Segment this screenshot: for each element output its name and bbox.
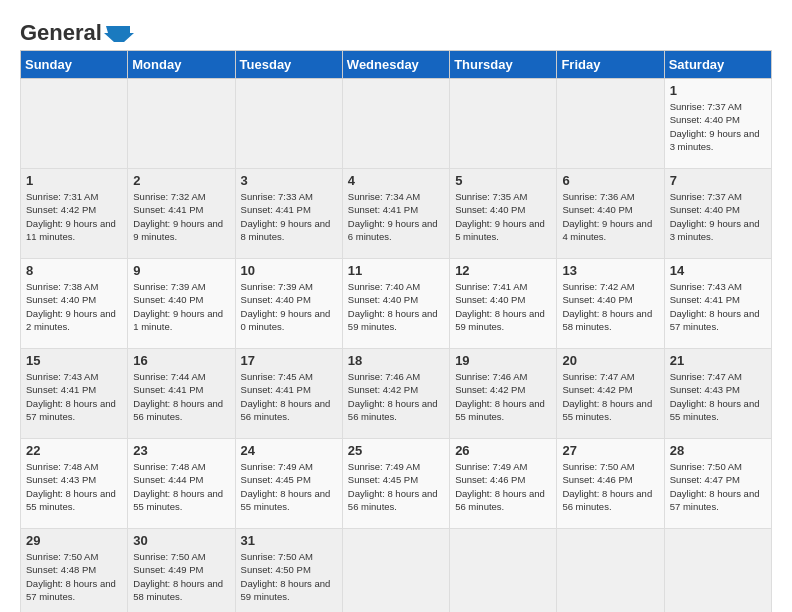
daylight-label: Daylight: 8 hours and 57 minutes. — [670, 308, 760, 332]
sunrise-label: Sunrise: 7:49 AM — [348, 461, 420, 472]
sunrise-label: Sunrise: 7:35 AM — [455, 191, 527, 202]
day-number: 19 — [455, 353, 551, 368]
daylight-label: Daylight: 9 hours and 4 minutes. — [562, 218, 652, 242]
daylight-label: Daylight: 9 hours and 0 minutes. — [241, 308, 331, 332]
day-info: Sunrise: 7:34 AM Sunset: 4:41 PM Dayligh… — [348, 190, 444, 243]
calendar-cell — [557, 79, 664, 169]
sunrise-label: Sunrise: 7:48 AM — [26, 461, 98, 472]
daylight-label: Daylight: 8 hours and 55 minutes. — [455, 398, 545, 422]
daylight-label: Daylight: 9 hours and 3 minutes. — [670, 218, 760, 242]
day-number: 10 — [241, 263, 337, 278]
daylight-label: Daylight: 8 hours and 56 minutes. — [133, 398, 223, 422]
sunrise-label: Sunrise: 7:45 AM — [241, 371, 313, 382]
calendar-cell — [450, 529, 557, 613]
calendar-week-row: 1 Sunrise: 7:37 AM Sunset: 4:40 PM Dayli… — [21, 79, 772, 169]
sunrise-label: Sunrise: 7:49 AM — [455, 461, 527, 472]
calendar-cell — [450, 79, 557, 169]
calendar-cell — [128, 79, 235, 169]
calendar-cell: 14 Sunrise: 7:43 AM Sunset: 4:41 PM Dayl… — [664, 259, 771, 349]
sunset-label: Sunset: 4:42 PM — [562, 384, 632, 395]
day-info: Sunrise: 7:38 AM Sunset: 4:40 PM Dayligh… — [26, 280, 122, 333]
sunrise-label: Sunrise: 7:36 AM — [562, 191, 634, 202]
day-info: Sunrise: 7:50 AM Sunset: 4:48 PM Dayligh… — [26, 550, 122, 603]
day-number: 7 — [670, 173, 766, 188]
day-number: 31 — [241, 533, 337, 548]
daylight-label: Daylight: 8 hours and 57 minutes. — [670, 488, 760, 512]
daylight-label: Daylight: 9 hours and 8 minutes. — [241, 218, 331, 242]
sunset-label: Sunset: 4:41 PM — [241, 384, 311, 395]
daylight-label: Daylight: 8 hours and 56 minutes. — [348, 398, 438, 422]
day-number: 8 — [26, 263, 122, 278]
day-number: 3 — [241, 173, 337, 188]
sunset-label: Sunset: 4:42 PM — [348, 384, 418, 395]
day-number: 15 — [26, 353, 122, 368]
day-number: 6 — [562, 173, 658, 188]
calendar-cell: 19 Sunrise: 7:46 AM Sunset: 4:42 PM Dayl… — [450, 349, 557, 439]
sunset-label: Sunset: 4:40 PM — [562, 204, 632, 215]
daylight-label: Daylight: 9 hours and 1 minute. — [133, 308, 223, 332]
column-header-friday: Friday — [557, 51, 664, 79]
calendar-cell: 31 Sunrise: 7:50 AM Sunset: 4:50 PM Dayl… — [235, 529, 342, 613]
calendar-cell: 25 Sunrise: 7:49 AM Sunset: 4:45 PM Dayl… — [342, 439, 449, 529]
day-info: Sunrise: 7:39 AM Sunset: 4:40 PM Dayligh… — [241, 280, 337, 333]
daylight-label: Daylight: 9 hours and 11 minutes. — [26, 218, 116, 242]
calendar-cell: 11 Sunrise: 7:40 AM Sunset: 4:40 PM Dayl… — [342, 259, 449, 349]
day-info: Sunrise: 7:36 AM Sunset: 4:40 PM Dayligh… — [562, 190, 658, 243]
calendar-week-row: 1 Sunrise: 7:31 AM Sunset: 4:42 PM Dayli… — [21, 169, 772, 259]
sunrise-label: Sunrise: 7:46 AM — [455, 371, 527, 382]
day-number: 27 — [562, 443, 658, 458]
calendar-cell: 7 Sunrise: 7:37 AM Sunset: 4:40 PM Dayli… — [664, 169, 771, 259]
sunrise-label: Sunrise: 7:43 AM — [670, 281, 742, 292]
calendar-cell — [342, 529, 449, 613]
sunset-label: Sunset: 4:41 PM — [241, 204, 311, 215]
sunrise-label: Sunrise: 7:48 AM — [133, 461, 205, 472]
day-number: 17 — [241, 353, 337, 368]
sunset-label: Sunset: 4:46 PM — [455, 474, 525, 485]
day-info: Sunrise: 7:37 AM Sunset: 4:40 PM Dayligh… — [670, 190, 766, 243]
sunrise-label: Sunrise: 7:50 AM — [26, 551, 98, 562]
sunset-label: Sunset: 4:50 PM — [241, 564, 311, 575]
day-info: Sunrise: 7:31 AM Sunset: 4:42 PM Dayligh… — [26, 190, 122, 243]
day-number: 9 — [133, 263, 229, 278]
day-info: Sunrise: 7:47 AM Sunset: 4:43 PM Dayligh… — [670, 370, 766, 423]
day-info: Sunrise: 7:43 AM Sunset: 4:41 PM Dayligh… — [670, 280, 766, 333]
calendar-week-row: 8 Sunrise: 7:38 AM Sunset: 4:40 PM Dayli… — [21, 259, 772, 349]
daylight-label: Daylight: 8 hours and 58 minutes. — [133, 578, 223, 602]
daylight-label: Daylight: 9 hours and 5 minutes. — [455, 218, 545, 242]
column-header-saturday: Saturday — [664, 51, 771, 79]
day-number: 30 — [133, 533, 229, 548]
sunrise-label: Sunrise: 7:49 AM — [241, 461, 313, 472]
daylight-label: Daylight: 9 hours and 3 minutes. — [670, 128, 760, 152]
day-info: Sunrise: 7:50 AM Sunset: 4:46 PM Dayligh… — [562, 460, 658, 513]
calendar-cell — [664, 529, 771, 613]
day-number: 11 — [348, 263, 444, 278]
calendar-cell: 30 Sunrise: 7:50 AM Sunset: 4:49 PM Dayl… — [128, 529, 235, 613]
daylight-label: Daylight: 8 hours and 56 minutes. — [241, 398, 331, 422]
calendar-week-row: 29 Sunrise: 7:50 AM Sunset: 4:48 PM Dayl… — [21, 529, 772, 613]
daylight-label: Daylight: 8 hours and 57 minutes. — [26, 398, 116, 422]
calendar-week-row: 15 Sunrise: 7:43 AM Sunset: 4:41 PM Dayl… — [21, 349, 772, 439]
logo-text-general: General — [20, 20, 102, 46]
day-number: 28 — [670, 443, 766, 458]
daylight-label: Daylight: 8 hours and 59 minutes. — [348, 308, 438, 332]
sunset-label: Sunset: 4:48 PM — [26, 564, 96, 575]
sunset-label: Sunset: 4:42 PM — [455, 384, 525, 395]
sunset-label: Sunset: 4:45 PM — [241, 474, 311, 485]
day-info: Sunrise: 7:42 AM Sunset: 4:40 PM Dayligh… — [562, 280, 658, 333]
calendar-cell: 9 Sunrise: 7:39 AM Sunset: 4:40 PM Dayli… — [128, 259, 235, 349]
calendar-cell: 22 Sunrise: 7:48 AM Sunset: 4:43 PM Dayl… — [21, 439, 128, 529]
day-number: 23 — [133, 443, 229, 458]
calendar-cell: 13 Sunrise: 7:42 AM Sunset: 4:40 PM Dayl… — [557, 259, 664, 349]
calendar-header-row: SundayMondayTuesdayWednesdayThursdayFrid… — [21, 51, 772, 79]
day-info: Sunrise: 7:50 AM Sunset: 4:50 PM Dayligh… — [241, 550, 337, 603]
column-header-monday: Monday — [128, 51, 235, 79]
calendar-cell: 18 Sunrise: 7:46 AM Sunset: 4:42 PM Dayl… — [342, 349, 449, 439]
day-info: Sunrise: 7:49 AM Sunset: 4:45 PM Dayligh… — [348, 460, 444, 513]
day-number: 22 — [26, 443, 122, 458]
calendar-cell: 29 Sunrise: 7:50 AM Sunset: 4:48 PM Dayl… — [21, 529, 128, 613]
sunrise-label: Sunrise: 7:47 AM — [670, 371, 742, 382]
daylight-label: Daylight: 8 hours and 59 minutes. — [455, 308, 545, 332]
sunrise-label: Sunrise: 7:37 AM — [670, 101, 742, 112]
sunrise-label: Sunrise: 7:42 AM — [562, 281, 634, 292]
daylight-label: Daylight: 8 hours and 57 minutes. — [26, 578, 116, 602]
